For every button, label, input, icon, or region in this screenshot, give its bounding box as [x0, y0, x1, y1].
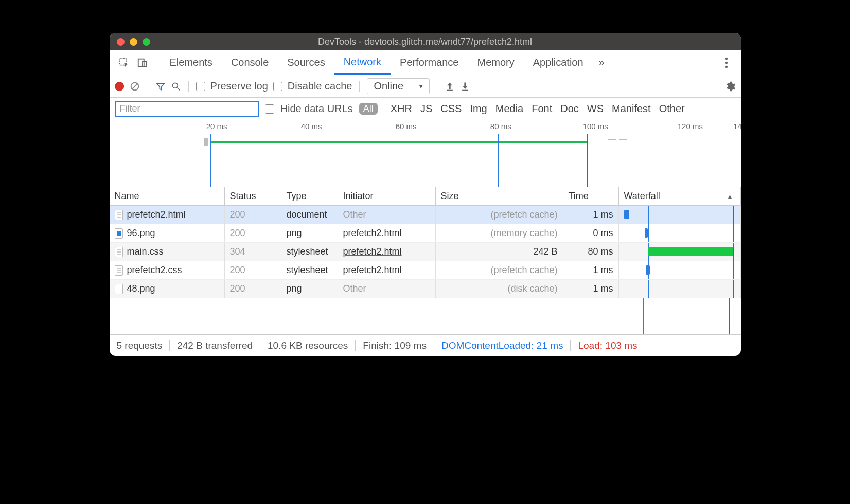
- filter-type-ws[interactable]: WS: [587, 103, 604, 115]
- requests-table: Name Status Type Initiator Size Time Wat…: [110, 187, 741, 334]
- throttling-select[interactable]: Online ▼: [367, 78, 430, 94]
- timeline-tick: 40 ms: [301, 122, 322, 131]
- load-line: [733, 280, 734, 298]
- request-time: 1 ms: [563, 206, 619, 224]
- timeline-tick: 100 ms: [583, 122, 608, 131]
- tab-elements[interactable]: Elements: [161, 50, 222, 75]
- tab-network[interactable]: Network: [334, 50, 391, 75]
- filter-type-all[interactable]: All: [359, 103, 378, 115]
- svg-rect-10: [447, 89, 453, 91]
- tab-performance[interactable]: Performance: [391, 50, 468, 75]
- tab-sources[interactable]: Sources: [278, 50, 334, 75]
- request-size: 242 B: [441, 246, 558, 257]
- col-initiator[interactable]: Initiator: [338, 187, 436, 205]
- filter-type-manifest[interactable]: Manifest: [612, 103, 651, 115]
- status-resources: 10.6 KB resources: [260, 340, 356, 351]
- tab-console[interactable]: Console: [222, 50, 278, 75]
- timeline-overview[interactable]: 20 ms40 ms60 ms80 ms100 ms120 ms14: [110, 120, 741, 187]
- col-name[interactable]: Name: [110, 187, 225, 205]
- request-size: (memory cache): [441, 228, 558, 239]
- tab-memory[interactable]: Memory: [468, 50, 524, 75]
- filter-type-xhr[interactable]: XHR: [391, 103, 412, 115]
- load-line: [587, 134, 588, 187]
- search-icon[interactable]: [171, 81, 181, 92]
- request-initiator[interactable]: prefetch2.html: [343, 228, 402, 239]
- request-time: 1 ms: [563, 280, 619, 298]
- request-name: prefetch2.css: [127, 265, 182, 276]
- download-har-icon[interactable]: [460, 81, 470, 92]
- load-line: [733, 206, 734, 224]
- preserve-log-checkbox[interactable]: [196, 82, 205, 91]
- device-toolbar-icon[interactable]: [133, 53, 152, 72]
- file-doc-icon: [115, 210, 123, 220]
- waterfall-bar: [624, 210, 629, 219]
- table-row[interactable]: prefetch2.css200stylesheetprefetch2.html…: [110, 261, 741, 280]
- divider: [437, 81, 437, 92]
- request-name: main.css: [127, 246, 164, 257]
- status-load: Load: 103 ms: [571, 340, 644, 351]
- more-tabs-button[interactable]: »: [593, 57, 611, 68]
- filter-type-js[interactable]: JS: [420, 103, 432, 115]
- timeline-tick: 60 ms: [396, 122, 417, 131]
- dcl-line: [648, 280, 649, 298]
- col-type[interactable]: Type: [281, 187, 338, 205]
- dcl-line: [498, 134, 499, 187]
- col-size[interactable]: Size: [436, 187, 563, 205]
- timeline-tick: 14: [733, 122, 740, 131]
- filter-type-img[interactable]: Img: [470, 103, 487, 115]
- table-row[interactable]: 96.png200pngprefetch2.html(memory cache)…: [110, 224, 741, 243]
- col-waterfall[interactable]: Waterfall ▲: [619, 187, 741, 205]
- network-toolbar: Preserve log Disable cache Online ▼: [110, 75, 741, 98]
- filter-type-font[interactable]: Font: [532, 103, 552, 115]
- svg-point-3: [725, 57, 727, 59]
- clear-button[interactable]: [129, 81, 140, 92]
- request-status: 200: [225, 261, 281, 279]
- request-name: 48.png: [127, 283, 155, 294]
- request-type: stylesheet: [281, 243, 338, 261]
- filter-type-doc[interactable]: Doc: [560, 103, 579, 115]
- filter-type-media[interactable]: Media: [495, 103, 523, 115]
- kebab-menu-icon[interactable]: [717, 53, 736, 72]
- hide-data-urls-checkbox[interactable]: [265, 104, 274, 114]
- filter-toggle-icon[interactable]: [155, 81, 166, 92]
- settings-gear-icon[interactable]: [724, 81, 736, 92]
- preserve-log-label: Preserve log: [210, 80, 268, 92]
- request-name: 96.png: [127, 228, 155, 239]
- record-button[interactable]: [115, 82, 124, 91]
- titlebar: DevTools - devtools.glitch.me/wndt77/pre…: [110, 33, 741, 50]
- waterfall-bar: [645, 228, 648, 238]
- hide-data-urls-label: Hide data URLs: [280, 103, 353, 115]
- request-size: (prefetch cache): [441, 209, 558, 220]
- col-status[interactable]: Status: [225, 187, 281, 205]
- upload-har-icon[interactable]: [445, 81, 455, 92]
- filter-input[interactable]: [115, 101, 259, 117]
- request-type: png: [281, 224, 338, 242]
- divider: [384, 103, 384, 115]
- request-time: 0 ms: [563, 224, 619, 242]
- filter-type-other[interactable]: Other: [659, 103, 685, 115]
- request-status: 200: [225, 280, 281, 298]
- disable-cache-checkbox[interactable]: [273, 82, 282, 91]
- throttling-value: Online: [374, 80, 403, 92]
- disable-cache-label: Disable cache: [288, 80, 352, 92]
- request-time: 80 ms: [563, 243, 619, 261]
- dcl-line: [643, 298, 644, 334]
- timeline-range-handle[interactable]: [204, 138, 208, 146]
- table-row[interactable]: prefetch2.html200documentOther(prefetch …: [110, 206, 741, 224]
- window-title: DevTools - devtools.glitch.me/wndt77/pre…: [110, 37, 741, 47]
- table-row[interactable]: 48.png200pngOther(disk cache)1 ms: [110, 280, 741, 298]
- svg-point-4: [725, 61, 727, 63]
- request-initiator[interactable]: prefetch2.html: [343, 265, 402, 276]
- request-status: 304: [225, 243, 281, 261]
- request-status: 200: [225, 206, 281, 224]
- devtools-window: DevTools - devtools.glitch.me/wndt77/pre…: [110, 33, 741, 356]
- request-initiator[interactable]: prefetch2.html: [343, 246, 402, 257]
- inspect-element-icon[interactable]: [115, 53, 133, 72]
- request-initiator: Other: [343, 209, 366, 220]
- filter-type-css[interactable]: CSS: [440, 103, 462, 115]
- table-row[interactable]: main.css304stylesheetprefetch2.html242 B…: [110, 243, 741, 261]
- divider: [156, 56, 156, 70]
- tab-application[interactable]: Application: [524, 50, 593, 75]
- col-time[interactable]: Time: [563, 187, 619, 205]
- load-line: [733, 261, 734, 279]
